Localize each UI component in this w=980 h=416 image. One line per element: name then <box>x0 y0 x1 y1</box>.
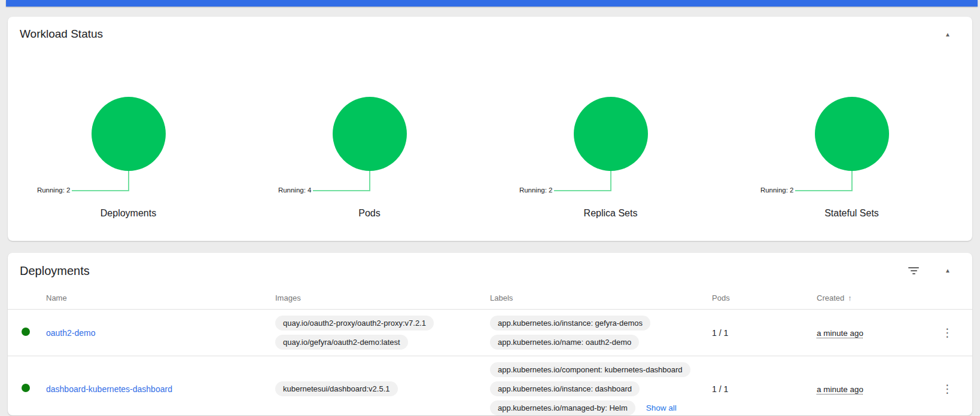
running-pie <box>574 97 648 171</box>
pods-cell: 1 / 1 <box>712 384 817 394</box>
chart-title: Replica Sets <box>490 208 731 219</box>
relative-time: a minute ago <box>817 385 863 394</box>
column-header-labels: Labels <box>490 293 712 302</box>
running-count-label: Running: 2 <box>760 186 794 194</box>
workload-charts-row: Running: 2 Deployments Running: 4 Pods R… <box>8 97 972 219</box>
label-chip: app.kubernetes.io/instance: dashboard <box>490 381 640 396</box>
deployment-name-link[interactable]: dashboard-kubernetes-dashboard <box>46 384 172 394</box>
workload-chart-pods: Running: 4 Pods <box>249 97 490 219</box>
running-status-icon <box>22 328 30 336</box>
filter-icon-bar <box>912 273 915 274</box>
deployments-header: Deployments ▲ <box>8 253 972 279</box>
labels-cell: app.kubernetes.io/instance: gefyra-demos… <box>490 310 712 356</box>
column-header-pods: Pods <box>712 293 817 302</box>
sort-ascending-icon: ↑ <box>848 293 852 302</box>
leader-line <box>369 171 370 191</box>
stateful-sets-pie-chart: Running: 2 <box>731 97 972 192</box>
workload-status-title: Workload Status <box>20 26 103 42</box>
relative-time: a minute ago <box>817 329 863 338</box>
leader-line <box>554 190 611 191</box>
created-cell: a minute ago <box>817 328 932 338</box>
label-chip: app.kubernetes.io/instance: gefyra-demos <box>490 316 650 331</box>
running-count-label: Running: 2 <box>37 186 71 194</box>
label-chip: app.kubernetes.io/name: oauth2-demo <box>490 335 639 350</box>
leader-line <box>313 190 370 191</box>
chart-title: Stateful Sets <box>731 208 972 219</box>
image-chip: kubernetesui/dashboard:v2.5.1 <box>275 381 398 396</box>
name-cell: dashboard-kubernetes-dashboard <box>46 384 275 394</box>
status-cell <box>8 328 46 338</box>
column-header-created[interactable]: Created ↑ <box>817 293 932 302</box>
deployment-name-link[interactable]: oauth2-demo <box>46 328 96 338</box>
pods-pie-chart: Running: 4 <box>249 97 490 192</box>
workload-chart-deployments: Running: 2 Deployments <box>8 97 249 219</box>
leader-line <box>72 190 129 191</box>
status-cell <box>8 384 46 394</box>
column-header-name[interactable]: Name <box>46 293 275 302</box>
deployments-card: Deployments ▲ Name Images Labels Pods <box>8 253 972 415</box>
show-all-labels-link[interactable]: Show all <box>646 403 677 412</box>
filter-icon[interactable] <box>908 265 920 276</box>
replica-sets-pie-chart: Running: 2 <box>490 97 731 192</box>
actions-cell: ⋮ <box>932 326 972 339</box>
chart-title: Deployments <box>8 208 249 219</box>
leader-line <box>610 171 611 191</box>
deployments-actions: ▲ <box>908 262 959 277</box>
pods-cell: 1 / 1 <box>712 328 817 338</box>
table-row: dashboard-kubernetes-dashboard kubernete… <box>8 356 972 415</box>
running-count-label: Running: 4 <box>278 186 312 194</box>
workload-status-card: Workload Status ▲ Running: 2 Deployments… <box>8 17 972 241</box>
workload-chart-replica-sets: Running: 2 Replica Sets <box>490 97 731 219</box>
workload-chart-stateful-sets: Running: 2 Stateful Sets <box>731 97 972 219</box>
filter-icon-bar <box>908 267 919 268</box>
leader-line <box>851 171 853 191</box>
leader-line <box>128 171 129 191</box>
workload-status-header: Workload Status ▲ <box>8 17 972 42</box>
image-chip: quay.io/oauth2-proxy/oauth2-proxy:v7.2.1 <box>275 316 434 331</box>
images-cell: kubernetesui/dashboard:v2.5.1 <box>275 375 490 402</box>
running-pie <box>92 97 166 171</box>
filter-icon-bar <box>911 270 917 271</box>
chart-title: Pods <box>249 208 490 219</box>
deployments-pie-chart: Running: 2 <box>8 97 249 192</box>
label-chip: app.kubernetes.io/managed-by: Helm <box>490 400 635 415</box>
column-header-images: Images <box>275 293 490 302</box>
table-header-row: Name Images Labels Pods Created ↑ <box>8 286 972 309</box>
app-header-bar <box>6 0 978 7</box>
deployments-table: Name Images Labels Pods Created ↑ oa <box>8 286 972 415</box>
row-menu-kebab-icon[interactable]: ⋮ <box>938 326 957 339</box>
image-chip: quay.io/gefyra/oauth2-demo:latest <box>275 335 408 350</box>
workload-status-actions: ▲ <box>936 26 959 41</box>
leader-line <box>795 190 852 191</box>
label-chip-line: app.kubernetes.io/managed-by: Helm Show … <box>490 400 677 415</box>
running-count-label: Running: 2 <box>519 186 553 194</box>
actions-cell: ⋮ <box>932 383 972 396</box>
labels-cell: app.kubernetes.io/component: kubernetes-… <box>490 356 712 415</box>
label-chip: app.kubernetes.io/component: kubernetes-… <box>490 362 690 377</box>
deployments-title: Deployments <box>20 262 90 279</box>
created-cell: a minute ago <box>817 384 932 394</box>
images-cell: quay.io/oauth2-proxy/oauth2-proxy:v7.2.1… <box>275 310 490 356</box>
name-cell: oauth2-demo <box>46 328 275 338</box>
collapse-card-icon[interactable]: ▲ <box>936 29 959 41</box>
table-row: oauth2-demo quay.io/oauth2-proxy/oauth2-… <box>8 309 972 356</box>
running-pie <box>333 97 407 171</box>
running-pie <box>815 97 889 171</box>
running-status-icon <box>22 384 30 392</box>
row-menu-kebab-icon[interactable]: ⋮ <box>938 383 957 396</box>
collapse-card-icon[interactable]: ▲ <box>936 265 959 277</box>
